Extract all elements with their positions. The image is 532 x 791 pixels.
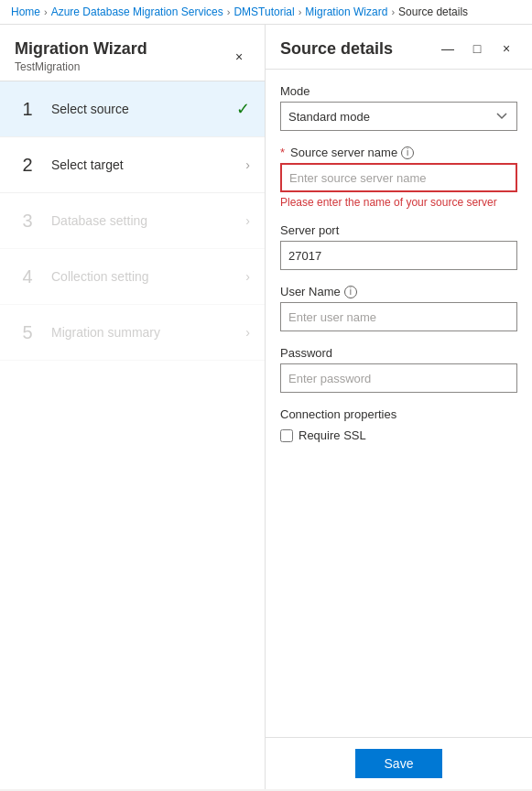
step-item-select-target[interactable]: 2 Select target › [0, 137, 265, 193]
mode-field-group: Mode Standard mode Offline mode Online m… [280, 84, 517, 131]
step-item-database-setting: 3 Database setting › [0, 193, 265, 249]
breadcrumb-sep-4: › [391, 6, 395, 17]
step-label-database-setting: Database setting [51, 213, 245, 228]
mode-select[interactable]: Standard mode Offline mode Online mode [280, 102, 517, 131]
source-server-name-label: * Source server name i [280, 146, 517, 159]
server-port-field-group: Server port [280, 223, 517, 270]
minimize-button[interactable]: — [437, 38, 459, 60]
step-item-collection-setting: 4 Collection setting › [0, 249, 265, 305]
breadcrumb-migration-wizard[interactable]: Migration Wizard [305, 5, 387, 18]
breadcrumb-sep-3: › [299, 6, 302, 17]
source-server-name-field-group: * Source server name i Please enter the … [280, 146, 517, 209]
breadcrumb-home[interactable]: Home [11, 5, 40, 18]
details-body: Mode Standard mode Offline mode Online m… [266, 70, 532, 737]
step-number-5: 5 [15, 320, 40, 345]
save-button[interactable]: Save [355, 749, 443, 778]
user-name-field-group: User Name i [280, 285, 517, 331]
step-arrow-5: › [245, 325, 250, 340]
require-ssl-checkbox[interactable] [280, 429, 293, 442]
step-arrow-4: › [245, 269, 250, 284]
breadcrumb-current: Source details [398, 5, 468, 18]
step-item-migration-summary: 5 Migration summary › [0, 305, 265, 361]
password-label: Password [280, 346, 517, 360]
step-label-select-target: Select target [51, 157, 245, 172]
main-container: Migration Wizard TestMigration × 1 Selec… [0, 25, 532, 789]
connection-properties-group: Connection properties Require SSL [280, 407, 517, 442]
server-port-label: Server port [280, 223, 517, 237]
step-label-collection-setting: Collection setting [51, 269, 245, 284]
details-title: Source details [280, 39, 393, 59]
password-input[interactable] [280, 363, 517, 393]
mode-label: Mode [280, 84, 517, 98]
wizard-close-button[interactable]: × [228, 46, 250, 68]
step-check-icon-1: ✓ [236, 99, 250, 119]
source-server-name-input[interactable] [280, 163, 517, 192]
wizard-title: Migration Wizard [15, 39, 147, 59]
user-name-label: User Name i [280, 285, 517, 298]
connection-properties-label: Connection properties [280, 407, 517, 421]
breadcrumb-dmstutorial[interactable]: DMSTutorial [233, 5, 294, 18]
breadcrumb-sep-1: › [44, 6, 48, 17]
source-server-name-info-icon[interactable]: i [401, 146, 414, 159]
step-label-migration-summary: Migration summary [51, 325, 245, 340]
step-number-1: 1 [15, 96, 40, 122]
details-close-button[interactable]: × [495, 38, 517, 60]
breadcrumb-dms[interactable]: Azure Database Migration Services [51, 5, 223, 18]
password-field-group: Password [280, 346, 517, 393]
breadcrumb: Home › Azure Database Migration Services… [0, 0, 532, 25]
step-label-select-source: Select source [51, 102, 236, 116]
user-name-label-text: User Name [280, 285, 341, 298]
require-ssl-label: Require SSL [299, 428, 366, 442]
source-server-name-label-text: Source server name [290, 146, 397, 159]
step-number-3: 3 [15, 208, 40, 233]
server-port-input[interactable] [280, 241, 517, 270]
wizard-steps: 1 Select source ✓ 2 Select target › 3 Da… [0, 81, 265, 789]
user-name-info-icon[interactable]: i [344, 286, 357, 298]
step-item-select-source[interactable]: 1 Select source ✓ [0, 81, 265, 137]
details-footer: Save [266, 737, 532, 789]
step-number-2: 2 [15, 152, 40, 178]
step-arrow-2: › [245, 157, 250, 172]
require-ssl-row: Require SSL [280, 428, 517, 442]
breadcrumb-sep-2: › [227, 6, 231, 17]
source-server-name-error-message: Please enter the name of your source ser… [280, 196, 517, 209]
wizard-panel: Migration Wizard TestMigration × 1 Selec… [0, 25, 266, 789]
details-header: Source details — □ × [266, 25, 532, 70]
restore-button[interactable]: □ [466, 38, 488, 60]
required-indicator: * [280, 146, 285, 159]
step-number-4: 4 [15, 264, 40, 289]
wizard-header: Migration Wizard TestMigration × [0, 25, 265, 81]
wizard-subtitle: TestMigration [15, 60, 147, 73]
user-name-input[interactable] [280, 302, 517, 331]
step-arrow-3: › [245, 213, 250, 228]
details-panel: Source details — □ × Mode Standard mode … [266, 25, 532, 789]
details-header-icons: — □ × [437, 38, 517, 60]
